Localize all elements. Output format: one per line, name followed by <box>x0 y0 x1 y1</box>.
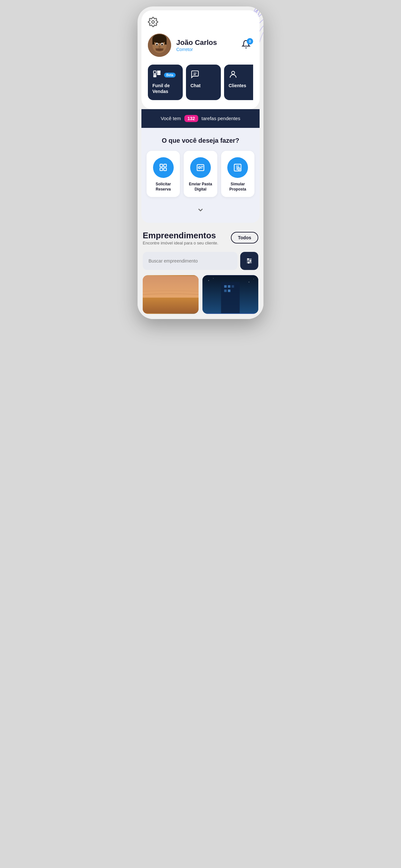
svg-rect-6 <box>165 39 166 44</box>
notification-badge: 0 <box>247 38 253 44</box>
svg-point-54 <box>208 280 209 281</box>
simular-icon <box>233 163 242 172</box>
svg-rect-26 <box>160 164 162 167</box>
svg-point-43 <box>250 260 251 261</box>
settings-row <box>148 17 253 28</box>
svg-point-12 <box>156 48 163 51</box>
action-card-chat[interactable]: Chat <box>186 65 221 100</box>
avatar-image <box>148 34 171 57</box>
profile-section: João Carlos Corretor 0 <box>148 34 253 57</box>
pending-banner: Você tem 132 tarefas pendentes <box>142 109 259 128</box>
settings-icon <box>148 17 158 27</box>
svg-point-21 <box>232 71 235 74</box>
svg-rect-18 <box>157 74 160 74</box>
svg-point-55 <box>213 278 214 279</box>
svg-point-0 <box>152 21 154 23</box>
svg-point-57 <box>253 279 254 279</box>
empreendimentos-title: Empreendimentos <box>143 230 218 241</box>
funil-label: Funil deVendas <box>152 83 170 94</box>
svg-rect-49 <box>224 285 227 288</box>
quick-actions: Beta Funil deVendas Chat <box>148 65 253 101</box>
empreendimentos-section: Empreendimentos Encontre imóvel ideal pa… <box>137 223 264 319</box>
night-scene <box>203 275 258 314</box>
clientes-icon <box>228 70 238 80</box>
svg-rect-46 <box>143 298 198 313</box>
pending-prefix: Você tem <box>161 116 181 121</box>
svg-rect-13 <box>154 71 156 73</box>
property-card-night[interactable] <box>203 275 258 314</box>
svg-rect-16 <box>157 71 160 72</box>
svg-rect-14 <box>154 74 156 75</box>
svg-point-56 <box>249 282 249 283</box>
svg-rect-51 <box>232 285 234 288</box>
top-card: João Carlos Corretor 0 <box>142 10 259 109</box>
what-to-do-section: O que você deseja fazer? Solicitar Reser… <box>142 128 259 223</box>
search-row <box>143 252 258 270</box>
chat-label: Chat <box>190 83 201 89</box>
profile-info: João Carlos Corretor <box>176 38 234 52</box>
main-content: João Carlos Corretor 0 <box>137 10 264 319</box>
svg-point-44 <box>248 262 249 264</box>
svg-rect-50 <box>228 285 230 288</box>
chevron-down[interactable] <box>147 204 254 216</box>
property-cards <box>143 275 258 314</box>
chevron-down-icon <box>197 206 204 214</box>
beta-badge: Beta <box>164 73 176 78</box>
pasta-icon <box>196 163 205 172</box>
empreendimentos-header: Empreendimentos Encontre imóvel ideal pa… <box>143 230 258 251</box>
feature-card-pasta[interactable]: Enviar Pasta Digital <box>184 151 217 197</box>
solicitar-icon <box>159 163 168 172</box>
feature-card-simular[interactable]: Simular Proposta <box>221 151 254 197</box>
simular-circle <box>227 157 248 178</box>
svg-point-10 <box>161 43 163 45</box>
action-card-clientes[interactable]: Clientes <box>224 65 253 100</box>
svg-rect-5 <box>152 39 154 44</box>
todos-button[interactable]: Todos <box>231 232 258 244</box>
property-card-beach-bg <box>143 275 198 314</box>
action-card-funil[interactable]: Beta Funil deVendas <box>148 65 183 100</box>
svg-rect-45 <box>143 276 198 301</box>
funil-icon <box>152 70 161 80</box>
action-header-funil: Beta <box>152 70 176 80</box>
pending-text: Você tem 132 tarefas pendentes <box>161 116 240 121</box>
phone-frame: João Carlos Corretor 0 <box>137 6 264 319</box>
svg-point-31 <box>198 166 201 168</box>
svg-rect-52 <box>224 290 227 292</box>
svg-point-4 <box>152 34 166 43</box>
profile-role: Corretor <box>176 47 234 52</box>
solicitar-circle <box>153 157 174 178</box>
pasta-circle <box>190 157 211 178</box>
empreendimentos-title-group: Empreendimentos Encontre imóvel ideal pa… <box>143 230 218 251</box>
feature-card-solicitar[interactable]: Solicitar Reserva <box>147 151 180 197</box>
svg-rect-17 <box>157 72 160 73</box>
property-card-night-bg <box>203 275 258 314</box>
search-input[interactable] <box>143 252 238 270</box>
settings-button[interactable] <box>148 17 158 28</box>
filter-icon <box>246 257 253 265</box>
filter-button[interactable] <box>240 252 258 270</box>
pasta-label: Enviar Pasta Digital <box>187 182 214 192</box>
svg-point-42 <box>248 259 249 260</box>
notification-bell[interactable]: 0 <box>239 38 253 52</box>
what-to-do-title: O que você deseja fazer? <box>147 137 254 144</box>
svg-rect-53 <box>228 290 230 292</box>
svg-point-9 <box>156 43 158 45</box>
svg-rect-15 <box>154 76 156 77</box>
svg-point-11 <box>158 46 160 48</box>
svg-rect-38 <box>238 168 240 170</box>
solicitar-label: Solicitar Reserva <box>150 182 177 192</box>
avatar[interactable] <box>148 34 171 57</box>
pending-suffix: tarefas pendentes <box>202 116 240 121</box>
profile-name: João Carlos <box>176 38 234 47</box>
svg-rect-27 <box>160 168 162 170</box>
beach-scene <box>143 275 198 314</box>
property-card-beach[interactable] <box>143 275 198 314</box>
svg-rect-29 <box>164 168 166 170</box>
svg-rect-28 <box>164 164 166 167</box>
empreendimentos-subtitle: Encontre imóvel ideal para o seu cliente… <box>143 241 218 245</box>
pending-count: 132 <box>184 115 198 122</box>
clientes-label: Clientes <box>228 83 246 89</box>
simular-label: Simular Proposta <box>224 182 251 192</box>
chat-icon <box>190 70 199 80</box>
action-buttons-row: Solicitar Reserva Enviar Pasta Digital <box>147 151 254 197</box>
